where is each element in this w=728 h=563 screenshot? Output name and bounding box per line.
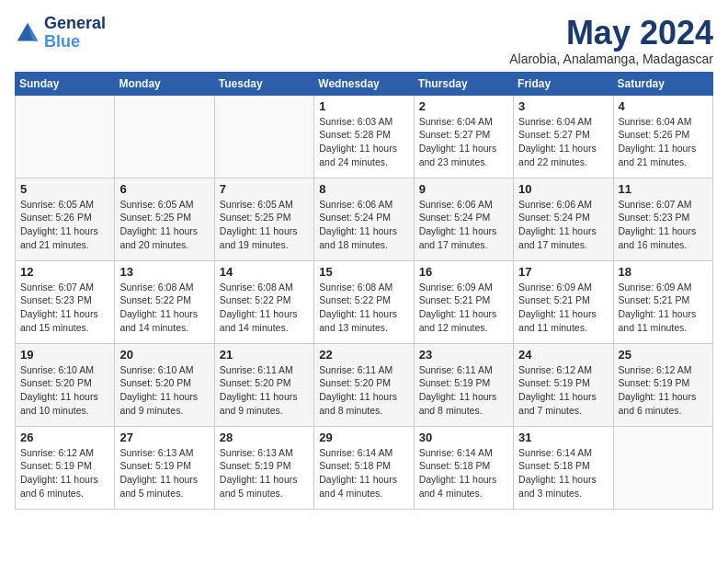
day-info: Sunrise: 6:09 AM Sunset: 5:21 PM Dayligh… bbox=[518, 281, 608, 335]
calendar-cell: 5Sunrise: 6:05 AM Sunset: 5:26 PM Daylig… bbox=[16, 178, 115, 260]
calendar-week-row: 5Sunrise: 6:05 AM Sunset: 5:26 PM Daylig… bbox=[16, 178, 713, 260]
day-number: 30 bbox=[419, 431, 508, 444]
calendar-cell: 9Sunrise: 6:06 AM Sunset: 5:24 PM Daylig… bbox=[414, 178, 513, 260]
calendar-cell: 25Sunrise: 6:12 AM Sunset: 5:19 PM Dayli… bbox=[613, 343, 712, 426]
day-info: Sunrise: 6:03 AM Sunset: 5:28 PM Dayligh… bbox=[319, 115, 408, 169]
weekday-header: Tuesday bbox=[214, 72, 313, 95]
day-number: 27 bbox=[119, 431, 209, 444]
title-area: May 2024 Alarobia, Analamanga, Madagasca… bbox=[509, 15, 713, 66]
day-info: Sunrise: 6:08 AM Sunset: 5:22 PM Dayligh… bbox=[119, 281, 209, 335]
calendar-cell: 28Sunrise: 6:13 AM Sunset: 5:19 PM Dayli… bbox=[214, 426, 313, 509]
calendar-cell: 15Sunrise: 6:08 AM Sunset: 5:22 PM Dayli… bbox=[314, 260, 414, 343]
day-number: 28 bbox=[220, 431, 309, 444]
day-info: Sunrise: 6:11 AM Sunset: 5:19 PM Dayligh… bbox=[419, 363, 508, 418]
day-info: Sunrise: 6:12 AM Sunset: 5:19 PM Dayligh… bbox=[518, 363, 608, 418]
day-number: 1 bbox=[319, 99, 408, 113]
logo-text: General Blue bbox=[44, 15, 106, 52]
weekday-header: Saturday bbox=[613, 72, 712, 95]
day-info: Sunrise: 6:05 AM Sunset: 5:26 PM Dayligh… bbox=[20, 198, 109, 252]
calendar-week-row: 19Sunrise: 6:10 AM Sunset: 5:20 PM Dayli… bbox=[16, 343, 713, 426]
calendar-cell: 7Sunrise: 6:05 AM Sunset: 5:25 PM Daylig… bbox=[214, 178, 313, 260]
day-number: 15 bbox=[319, 265, 408, 279]
day-number: 14 bbox=[220, 265, 309, 279]
day-number: 23 bbox=[419, 348, 508, 362]
calendar-cell: 11Sunrise: 6:07 AM Sunset: 5:23 PM Dayli… bbox=[613, 178, 712, 260]
calendar-cell: 22Sunrise: 6:11 AM Sunset: 5:20 PM Dayli… bbox=[314, 343, 414, 426]
day-info: Sunrise: 6:09 AM Sunset: 5:21 PM Dayligh… bbox=[419, 281, 508, 335]
day-number: 25 bbox=[619, 348, 708, 362]
day-info: Sunrise: 6:14 AM Sunset: 5:18 PM Dayligh… bbox=[319, 446, 408, 500]
calendar-cell bbox=[16, 95, 115, 178]
calendar-cell: 23Sunrise: 6:11 AM Sunset: 5:19 PM Dayli… bbox=[414, 343, 513, 426]
calendar-cell bbox=[214, 95, 313, 178]
calendar-header-row: SundayMondayTuesdayWednesdayThursdayFrid… bbox=[16, 72, 713, 95]
day-number: 29 bbox=[319, 431, 408, 444]
month-title: May 2024 bbox=[509, 15, 713, 52]
day-number: 19 bbox=[20, 348, 109, 362]
weekday-header: Wednesday bbox=[314, 72, 414, 95]
day-number: 26 bbox=[20, 431, 109, 444]
day-number: 10 bbox=[518, 182, 608, 196]
weekday-header: Sunday bbox=[16, 72, 115, 95]
day-info: Sunrise: 6:04 AM Sunset: 5:26 PM Dayligh… bbox=[619, 115, 708, 169]
calendar-cell: 3Sunrise: 6:04 AM Sunset: 5:27 PM Daylig… bbox=[514, 95, 613, 178]
day-info: Sunrise: 6:07 AM Sunset: 5:23 PM Dayligh… bbox=[619, 198, 708, 252]
day-info: Sunrise: 6:11 AM Sunset: 5:20 PM Dayligh… bbox=[220, 363, 309, 418]
day-number: 22 bbox=[319, 348, 408, 362]
calendar-cell: 18Sunrise: 6:09 AM Sunset: 5:21 PM Dayli… bbox=[613, 260, 712, 343]
day-number: 24 bbox=[518, 348, 608, 362]
day-number: 5 bbox=[20, 182, 109, 196]
day-number: 16 bbox=[419, 265, 508, 279]
weekday-header: Monday bbox=[115, 72, 214, 95]
day-info: Sunrise: 6:09 AM Sunset: 5:21 PM Dayligh… bbox=[619, 281, 708, 335]
calendar-cell: 21Sunrise: 6:11 AM Sunset: 5:20 PM Dayli… bbox=[214, 343, 313, 426]
calendar-cell: 20Sunrise: 6:10 AM Sunset: 5:20 PM Dayli… bbox=[115, 343, 214, 426]
day-info: Sunrise: 6:10 AM Sunset: 5:20 PM Dayligh… bbox=[119, 363, 209, 418]
day-info: Sunrise: 6:12 AM Sunset: 5:19 PM Dayligh… bbox=[619, 363, 708, 418]
day-number: 17 bbox=[518, 265, 608, 279]
day-number: 11 bbox=[619, 182, 708, 196]
weekday-header: Thursday bbox=[414, 72, 513, 95]
day-number: 20 bbox=[119, 348, 209, 362]
day-number: 3 bbox=[518, 99, 608, 113]
day-info: Sunrise: 6:07 AM Sunset: 5:23 PM Dayligh… bbox=[20, 281, 109, 335]
day-number: 9 bbox=[419, 182, 508, 196]
calendar-table: SundayMondayTuesdayWednesdayThursdayFrid… bbox=[15, 72, 713, 510]
calendar-cell: 14Sunrise: 6:08 AM Sunset: 5:22 PM Dayli… bbox=[214, 260, 313, 343]
calendar-cell: 12Sunrise: 6:07 AM Sunset: 5:23 PM Dayli… bbox=[16, 260, 115, 343]
day-info: Sunrise: 6:13 AM Sunset: 5:19 PM Dayligh… bbox=[220, 446, 309, 500]
calendar-cell: 26Sunrise: 6:12 AM Sunset: 5:19 PM Dayli… bbox=[16, 426, 115, 509]
logo: General Blue bbox=[15, 15, 106, 52]
calendar-cell: 17Sunrise: 6:09 AM Sunset: 5:21 PM Dayli… bbox=[514, 260, 613, 343]
calendar-cell: 1Sunrise: 6:03 AM Sunset: 5:28 PM Daylig… bbox=[314, 95, 414, 178]
day-number: 6 bbox=[119, 182, 209, 196]
weekday-header: Friday bbox=[514, 72, 613, 95]
day-number: 4 bbox=[619, 99, 708, 113]
calendar-cell: 6Sunrise: 6:05 AM Sunset: 5:25 PM Daylig… bbox=[115, 178, 214, 260]
day-number: 12 bbox=[20, 265, 109, 279]
day-number: 21 bbox=[220, 348, 309, 362]
calendar-cell: 19Sunrise: 6:10 AM Sunset: 5:20 PM Dayli… bbox=[16, 343, 115, 426]
day-info: Sunrise: 6:14 AM Sunset: 5:18 PM Dayligh… bbox=[518, 446, 608, 500]
day-number: 31 bbox=[518, 431, 608, 444]
day-info: Sunrise: 6:14 AM Sunset: 5:18 PM Dayligh… bbox=[419, 446, 508, 500]
calendar-week-row: 12Sunrise: 6:07 AM Sunset: 5:23 PM Dayli… bbox=[16, 260, 713, 343]
day-info: Sunrise: 6:08 AM Sunset: 5:22 PM Dayligh… bbox=[220, 281, 309, 335]
calendar-cell: 30Sunrise: 6:14 AM Sunset: 5:18 PM Dayli… bbox=[414, 426, 513, 509]
day-info: Sunrise: 6:13 AM Sunset: 5:19 PM Dayligh… bbox=[119, 446, 209, 500]
day-info: Sunrise: 6:06 AM Sunset: 5:24 PM Dayligh… bbox=[319, 198, 408, 252]
calendar-cell bbox=[613, 426, 712, 509]
calendar-cell: 29Sunrise: 6:14 AM Sunset: 5:18 PM Dayli… bbox=[314, 426, 414, 509]
day-info: Sunrise: 6:06 AM Sunset: 5:24 PM Dayligh… bbox=[419, 198, 508, 252]
day-info: Sunrise: 6:05 AM Sunset: 5:25 PM Dayligh… bbox=[220, 198, 309, 252]
calendar-body: 1Sunrise: 6:03 AM Sunset: 5:28 PM Daylig… bbox=[16, 95, 713, 509]
calendar-cell: 8Sunrise: 6:06 AM Sunset: 5:24 PM Daylig… bbox=[314, 178, 414, 260]
day-info: Sunrise: 6:04 AM Sunset: 5:27 PM Dayligh… bbox=[518, 115, 608, 169]
day-number: 18 bbox=[619, 265, 708, 279]
day-number: 2 bbox=[419, 99, 508, 113]
day-number: 13 bbox=[119, 265, 209, 279]
day-info: Sunrise: 6:12 AM Sunset: 5:19 PM Dayligh… bbox=[20, 446, 109, 500]
calendar-cell: 10Sunrise: 6:06 AM Sunset: 5:24 PM Dayli… bbox=[514, 178, 613, 260]
calendar-cell: 4Sunrise: 6:04 AM Sunset: 5:26 PM Daylig… bbox=[613, 95, 712, 178]
day-info: Sunrise: 6:08 AM Sunset: 5:22 PM Dayligh… bbox=[319, 281, 408, 335]
